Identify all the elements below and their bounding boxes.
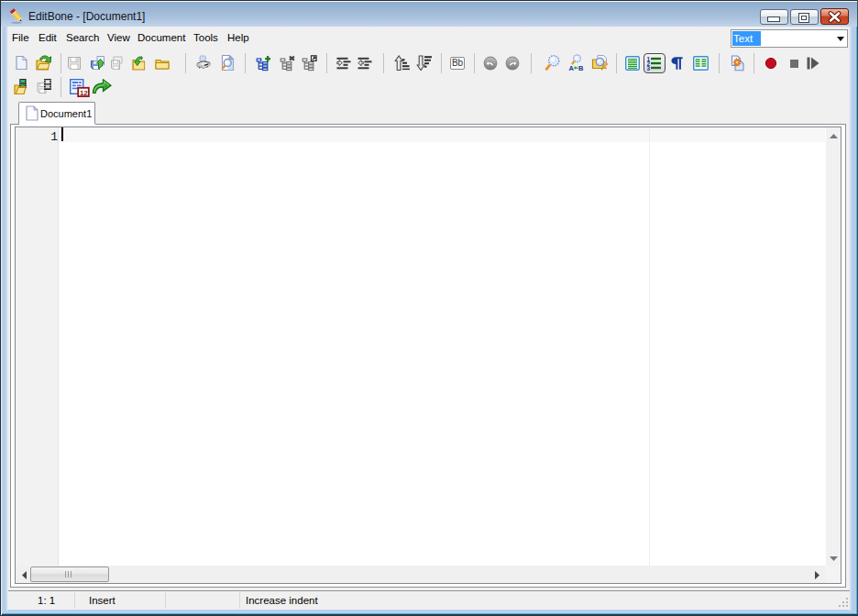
svg-text:3: 3 — [647, 65, 651, 71]
svg-text:B: B — [578, 64, 584, 72]
svg-text:A: A — [569, 64, 575, 72]
svg-text:12: 12 — [80, 89, 88, 97]
